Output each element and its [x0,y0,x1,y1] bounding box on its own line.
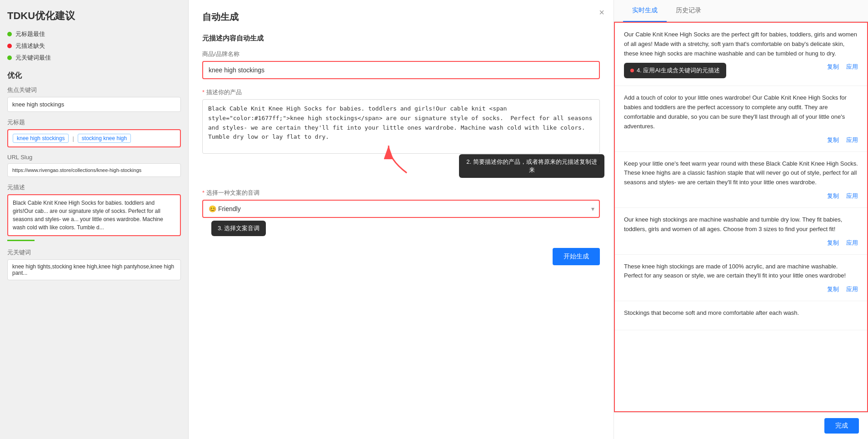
result-text-2: Keep your little one's feet warm year ro… [624,159,858,187]
url-slug-value: https://www.rivengao.store/collections/k… [7,163,181,177]
status-item-3: 元关键词最佳 [7,54,181,62]
apply-link-2[interactable]: 应用 [846,192,858,200]
copy-link-4[interactable]: 复制 [827,285,839,293]
result-text-3: Our knee high stockings are machine wash… [624,215,858,234]
result-actions-3: 复制 应用 [624,239,858,247]
result-actions-1: 复制 应用 [624,136,858,144]
result-item-4: These knee high stockings are made of 10… [615,255,867,302]
meta-desc-field: Black Cable Knit Knee High Socks for bab… [7,194,181,236]
apply-link-3[interactable]: 应用 [846,239,858,247]
copy-link-3[interactable]: 复制 [827,239,839,247]
result-actions-2: 复制 应用 [624,192,858,200]
result-text-0: Our Cable Knit Knee High Socks are the p… [624,30,858,58]
copy-link-1[interactable]: 复制 [827,136,839,144]
result-text-5: Stockings that become soft and more comf… [624,308,858,318]
tone-select[interactable]: 😊 Friendly 😎 Bold 🧐 Professional [202,200,600,218]
section-title: 优化 [7,71,181,81]
status-label-3: 元关键词最佳 [15,54,51,62]
meta-keywords-label: 元关键词 [7,248,181,257]
tab-history[interactable]: 历史记录 [667,0,710,22]
status-list: 元标题最佳 元描述缺失 元关键词最佳 [7,30,181,62]
meta-title-label: 元标题 [7,118,181,126]
done-button[interactable]: 完成 [824,418,859,434]
status-dot-red-2 [7,44,12,48]
modal-title: 自动生成 [202,11,600,23]
brand-label: 商品/品牌名称 [202,50,600,58]
result-item-5: Stockings that become soft and more comf… [615,301,867,330]
status-item-1: 元标题最佳 [7,30,181,38]
tone-label: * 选择一种文案的音调 [202,189,600,197]
result-actions-0: 4. 应用AI生成含关键词的元描述 复制 应用 [624,63,858,78]
meta-title-tag2: stocking knee high [78,134,131,143]
arrow-indicator [384,141,411,179]
close-button[interactable]: × [599,7,604,18]
tab-bar: 实时生成 历史记录 [614,0,868,22]
result-item-2: Keep your little one's feet warm year ro… [615,152,867,208]
tab-realtime[interactable]: 实时生成 [623,0,667,22]
apply-link-0[interactable]: 应用 [846,63,858,78]
apply-link-4[interactable]: 应用 [846,285,858,293]
ai-tooltip-wrapper: 4. 应用AI生成含关键词的元描述 [624,63,820,78]
ai-tooltip: 4. 应用AI生成含关键词的元描述 [624,63,726,78]
result-text-4: These knee high stockings are made of 10… [624,262,858,281]
meta-title-field: knee high stockings | stocking knee high [7,129,181,147]
result-actions-4: 复制 应用 [624,285,858,293]
sidebar: TDKU优化建议 元标题最佳 元描述缺失 元关键词最佳 优化 焦点关键词 kne… [0,0,189,439]
tone-field-wrapper: * 选择一种文案的音调 😊 Friendly 😎 Bold 🧐 Professi… [202,189,600,218]
generate-button[interactable]: 开始生成 [553,248,600,265]
status-label-1: 元标题最佳 [15,30,45,38]
right-panel: 实时生成 历史记录 Our Cable Knit Knee High Socks… [614,0,868,439]
status-item-2: 元描述缺失 [7,42,181,50]
copy-link-2[interactable]: 复制 [827,192,839,200]
ai-dot [630,69,634,72]
result-item-3: Our knee high stockings are machine wash… [615,208,867,255]
form-section-title: 元描述内容自动生成 [202,34,600,43]
desc-label: * 描述你的产品 [202,88,600,96]
url-slug-label: URL Slug [7,154,181,161]
status-label-2: 元描述缺失 [15,42,45,50]
status-dot-green-1 [7,32,12,36]
meta-keywords-value: knee high tights,stocking knee high,knee… [7,259,181,280]
focus-keyword-label: 焦点关键词 [7,86,181,94]
panel-footer: 完成 [614,412,868,439]
main-content: 自动生成 × 元描述内容自动生成 商品/品牌名称 1. 输入商品名称或关键词 *… [189,0,614,439]
focus-keyword-value: knee high stockings [7,97,181,112]
tooltip-3: 3. 选择文案音调 [211,221,266,236]
sidebar-title: TDKU优化建议 [7,9,181,23]
results-container: Our Cable Knit Knee High Socks are the p… [614,22,868,412]
brand-field-wrapper: 商品/品牌名称 1. 输入商品名称或关键词 [202,50,600,79]
result-item-0: Our Cable Knit Knee High Socks are the p… [615,23,867,86]
tooltip-2: 2. 简要描述你的产品，或者将原来的元描述复制进来 [459,154,604,178]
meta-desc-text: Black Cable Knit Knee High Socks for bab… [13,199,175,232]
status-dot-green-3 [7,56,12,60]
green-underline [7,240,181,241]
copy-link-0[interactable]: 复制 [827,63,839,78]
apply-link-1[interactable]: 应用 [846,136,858,144]
meta-title-tag1: knee high stockings [13,134,69,143]
brand-input[interactable] [202,61,600,79]
result-text-1: Add a touch of color to your little ones… [624,93,858,131]
result-item-1: Add a touch of color to your little ones… [615,86,867,151]
meta-desc-label: 元描述 [7,183,181,192]
tone-select-wrapper: 😊 Friendly 😎 Bold 🧐 Professional ▾ [202,200,600,218]
